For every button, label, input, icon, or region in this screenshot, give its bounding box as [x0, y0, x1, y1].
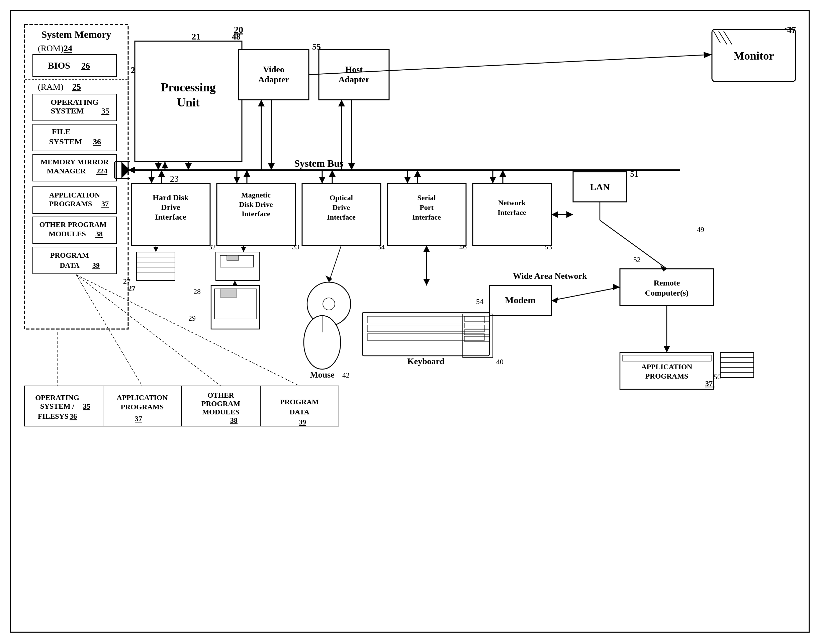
- svg-marker-76: [155, 163, 162, 170]
- svg-point-137: [307, 282, 351, 326]
- svg-text:37: 37: [101, 199, 109, 208]
- svg-text:49: 49: [697, 225, 704, 234]
- svg-text:39: 39: [299, 418, 306, 426]
- svg-rect-188: [620, 353, 713, 389]
- svg-text:PROGRAM: PROGRAM: [201, 399, 240, 408]
- svg-text:Adapter: Adapter: [258, 75, 289, 84]
- svg-text:53: 53: [545, 243, 552, 251]
- svg-rect-45: [239, 49, 309, 100]
- svg-text:28: 28: [193, 287, 201, 296]
- svg-text:PROGRAM: PROGRAM: [280, 398, 319, 406]
- svg-rect-179: [464, 323, 490, 328]
- svg-rect-27: [33, 217, 116, 244]
- svg-text:24: 24: [64, 43, 72, 53]
- svg-rect-127: [216, 252, 259, 281]
- svg-text:47: 47: [787, 25, 796, 35]
- svg-line-143: [719, 31, 727, 44]
- svg-text:42: 42: [342, 371, 350, 379]
- svg-text:36: 36: [93, 137, 101, 146]
- svg-text:PROGRAMS: PROGRAMS: [645, 372, 688, 380]
- svg-text:32: 32: [208, 243, 216, 251]
- svg-text:SYSTEM /: SYSTEM /: [40, 402, 75, 410]
- svg-text:25: 25: [72, 82, 81, 92]
- svg-rect-19: [33, 154, 116, 181]
- svg-text:34: 34: [377, 243, 385, 251]
- svg-text:48: 48: [232, 32, 240, 41]
- svg-marker-88: [243, 170, 250, 177]
- svg-marker-96: [414, 170, 421, 177]
- svg-text:Interface: Interface: [242, 210, 270, 218]
- svg-text:37': 37': [705, 379, 715, 388]
- svg-marker-98: [490, 177, 496, 183]
- svg-rect-149: [573, 172, 627, 202]
- svg-marker-100: [499, 170, 506, 177]
- svg-text:22: 22: [131, 65, 139, 75]
- svg-text:OTHER: OTHER: [207, 391, 234, 399]
- svg-text:40: 40: [496, 357, 504, 366]
- svg-text:Adapter: Adapter: [338, 75, 369, 84]
- svg-text:Interface: Interface: [412, 213, 441, 221]
- svg-marker-110: [128, 167, 135, 173]
- svg-text:55: 55: [312, 42, 321, 52]
- svg-text:Remote: Remote: [654, 279, 680, 287]
- svg-line-147: [309, 55, 712, 75]
- svg-marker-136: [232, 281, 237, 286]
- svg-text:Hard Disk: Hard Disk: [153, 193, 189, 202]
- svg-text:(RAM): (RAM): [38, 82, 64, 92]
- svg-text:PROGRAMS: PROGRAMS: [121, 403, 164, 411]
- svg-marker-140: [326, 276, 332, 282]
- svg-rect-67: [473, 183, 551, 245]
- svg-rect-216: [260, 386, 339, 426]
- svg-text:Magnetic: Magnetic: [241, 191, 271, 199]
- svg-text:Interface: Interface: [497, 208, 526, 216]
- svg-text:OPERATING: OPERATING: [51, 98, 99, 106]
- svg-text:Modem: Modem: [505, 295, 536, 305]
- svg-rect-178: [464, 316, 490, 321]
- svg-text:Disk Drive: Disk Drive: [239, 200, 273, 209]
- svg-text:(ROM): (ROM): [38, 43, 64, 53]
- svg-marker-108: [348, 163, 355, 170]
- svg-text:30: 30: [239, 285, 246, 294]
- svg-rect-180: [464, 330, 490, 335]
- svg-text:39: 39: [92, 261, 100, 270]
- svg-text:Wide Area Network: Wide Area Network: [513, 271, 587, 281]
- svg-marker-172: [423, 279, 430, 285]
- svg-text:23: 23: [170, 174, 179, 184]
- svg-text:27: 27: [123, 277, 130, 285]
- svg-text:Optical: Optical: [329, 193, 353, 202]
- svg-text:Port: Port: [419, 203, 433, 212]
- svg-text:DATA: DATA: [60, 261, 79, 270]
- svg-text:APPLICATION: APPLICATION: [641, 362, 692, 371]
- svg-text:Keyboard: Keyboard: [407, 356, 445, 366]
- svg-text:SYSTEM: SYSTEM: [51, 106, 84, 115]
- svg-text:System Memory: System Memory: [41, 29, 111, 40]
- svg-text:FILE: FILE: [52, 127, 70, 136]
- svg-marker-92: [329, 170, 335, 177]
- svg-rect-181: [464, 336, 490, 341]
- svg-text:PROGRAMS: PROGRAMS: [49, 199, 92, 208]
- diagram-svg: System Memory (ROM) 24 BIOS 26 22 (RAM) …: [11, 11, 808, 632]
- svg-rect-0: [24, 25, 128, 329]
- svg-marker-171: [423, 245, 430, 252]
- svg-rect-59: [302, 183, 381, 245]
- svg-text:BIOS: BIOS: [48, 60, 70, 71]
- svg-rect-132: [220, 289, 237, 297]
- svg-rect-31: [33, 247, 116, 274]
- svg-text:Serial: Serial: [418, 193, 436, 202]
- svg-text:MODULES: MODULES: [202, 408, 239, 416]
- svg-line-165: [600, 220, 667, 269]
- svg-marker-80: [162, 162, 168, 169]
- svg-rect-173: [362, 312, 490, 356]
- svg-line-139: [329, 245, 341, 282]
- svg-text:52: 52: [633, 255, 641, 264]
- svg-marker-168: [551, 297, 558, 303]
- svg-marker-148: [704, 52, 712, 58]
- svg-text:Interface: Interface: [155, 213, 186, 221]
- svg-text:50: 50: [713, 373, 721, 381]
- svg-line-224: [76, 275, 299, 386]
- svg-rect-51: [132, 183, 210, 245]
- svg-text:54: 54: [476, 297, 484, 306]
- diagram-container: System Memory (ROM) 24 BIOS 26 22 (RAM) …: [10, 10, 810, 633]
- svg-marker-134: [241, 247, 246, 252]
- svg-text:46: 46: [459, 243, 467, 251]
